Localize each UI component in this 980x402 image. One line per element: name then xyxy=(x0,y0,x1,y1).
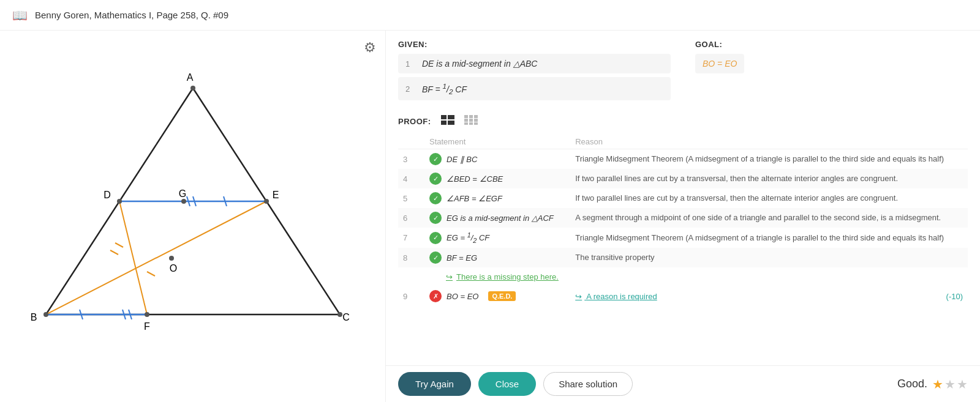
goal-text: BO = EO xyxy=(695,54,744,73)
proof-label: PROOF: xyxy=(398,117,431,126)
svg-rect-37 xyxy=(469,115,473,118)
svg-rect-41 xyxy=(474,119,478,122)
missing-step-text[interactable]: There is a missing step here. xyxy=(456,272,559,281)
reason-cell-6: A segment through a midpoint of one side… xyxy=(570,208,968,228)
col-statement-header: Statement xyxy=(424,135,570,149)
statement-cell-4: ✓ ∠BED = ∠CBE xyxy=(424,169,570,188)
svg-text:B: B xyxy=(30,312,37,322)
check-icon-7: ✓ xyxy=(429,232,442,244)
view-toggle xyxy=(437,113,481,130)
reason-required-link[interactable]: ↪ A reason is required xyxy=(575,292,657,301)
svg-rect-32 xyxy=(441,115,447,119)
star-2[interactable]: ★ xyxy=(944,377,956,392)
main-content: ⚙ xyxy=(0,31,980,402)
svg-point-29 xyxy=(145,312,149,317)
svg-point-26 xyxy=(337,312,342,317)
star-1[interactable]: ★ xyxy=(932,377,943,392)
given-num-1: 1 xyxy=(405,59,415,69)
svg-rect-40 xyxy=(469,119,473,122)
svg-text:C: C xyxy=(342,312,350,322)
row-num-5: 5 xyxy=(398,188,424,208)
proof-table: Statement Reason 3 ✓ DE ∥ BC xyxy=(398,135,968,306)
given-item-2: 2 BF = 1/2 CF xyxy=(398,77,671,100)
stmt-text-8: BF = EG xyxy=(447,253,477,262)
row-num-6: 6 xyxy=(398,208,424,228)
footer-buttons: Try Again Close Share solution xyxy=(398,372,633,396)
svg-rect-38 xyxy=(474,115,478,118)
col-num-header xyxy=(398,135,424,149)
check-icon-6: ✓ xyxy=(429,212,442,224)
svg-text:A: A xyxy=(186,72,193,83)
missing-step-cell[interactable]: ↪ There is a missing step here. xyxy=(424,267,570,286)
stmt-text-5: ∠AFB = ∠EGF xyxy=(447,194,502,203)
stmt-text-7: EG = 1/2 CF xyxy=(447,231,489,244)
reason-cell-4: If two parallel lines are cut by a trans… xyxy=(570,169,968,188)
table-row: 3 ✓ DE ∥ BC Triangle Midsegment Theorem … xyxy=(398,149,968,169)
svg-line-13 xyxy=(110,250,118,255)
svg-point-28 xyxy=(264,199,269,204)
row-num-7: 7 xyxy=(398,228,424,248)
svg-rect-36 xyxy=(464,115,468,118)
missing-step-arrow-icon: ↪ xyxy=(446,272,453,281)
check-icon-3: ✓ xyxy=(429,153,442,165)
footer: Try Again Close Share solution Good. ★ ★… xyxy=(386,365,980,402)
given-text-1: DE is a mid-segment in △ABC xyxy=(422,59,537,69)
footer-rating: Good. ★ ★ ★ xyxy=(897,377,968,392)
stmt-text-4: ∠BED = ∠CBE xyxy=(447,174,503,184)
row-num-9: 9 xyxy=(398,286,424,306)
table-row: 8 ✓ BF = EG The transitive property xyxy=(398,248,968,267)
svg-text:O: O xyxy=(169,263,176,274)
proof-section: PROOF: Statement Reas xyxy=(386,110,980,365)
right-panel: GIVEN: 1 DE is a mid-segment in △ABC 2 B… xyxy=(386,31,980,402)
svg-rect-34 xyxy=(441,121,447,125)
given-num-2: 2 xyxy=(405,84,415,94)
svg-rect-43 xyxy=(469,122,473,125)
svg-line-14 xyxy=(115,243,123,247)
svg-point-30 xyxy=(181,199,186,204)
diagram-panel: ⚙ xyxy=(0,31,386,402)
book-icon: 📖 xyxy=(12,8,28,23)
list-view-button[interactable] xyxy=(437,113,458,130)
missing-step-link[interactable]: ↪ There is a missing step here. xyxy=(446,272,565,281)
page-title: Benny Goren, Mathematics I, Page 258, Q.… xyxy=(35,10,228,20)
statement-cell-5: ✓ ∠AFB = ∠EGF xyxy=(424,188,570,208)
error-icon-9: ✗ xyxy=(429,290,442,302)
penalty-text: (-10) xyxy=(946,292,963,301)
check-icon-8: ✓ xyxy=(429,251,442,264)
reason-cell-7: Triangle Midsegment Theorem (A midsegmen… xyxy=(570,228,968,248)
svg-line-5 xyxy=(46,201,266,315)
svg-point-31 xyxy=(169,256,174,261)
svg-rect-33 xyxy=(448,115,454,119)
row-num-3: 3 xyxy=(398,149,424,169)
gear-icon[interactable]: ⚙ xyxy=(364,40,376,56)
try-again-button[interactable]: Try Again xyxy=(398,372,471,396)
svg-line-15 xyxy=(147,272,155,276)
given-section: GIVEN: 1 DE is a mid-segment in △ABC 2 B… xyxy=(398,40,671,104)
stmt-text-6: EG is a mid-segment in △ACF xyxy=(447,214,554,223)
reason-cell-8: The transitive property xyxy=(570,248,968,267)
grid-view-button[interactable] xyxy=(461,113,481,130)
row-num-4: 4 xyxy=(398,169,424,188)
rating-label: Good. xyxy=(897,378,927,390)
stmt-text-3: DE ∥ BC xyxy=(447,155,477,164)
given-label: GIVEN: xyxy=(398,40,671,49)
table-row: 4 ✓ ∠BED = ∠CBE If two parallel lines ar… xyxy=(398,169,968,188)
reason-cell-9: ↪ A reason is required (-10) xyxy=(570,286,968,306)
proof-table-wrapper: Statement Reason 3 ✓ DE ∥ BC xyxy=(398,135,968,362)
star-3[interactable]: ★ xyxy=(957,377,968,392)
check-icon-4: ✓ xyxy=(429,173,442,185)
svg-text:F: F xyxy=(144,321,150,332)
col-reason-header: Reason xyxy=(570,135,968,149)
missing-step-reason xyxy=(570,267,968,286)
statement-cell-8: ✓ BF = EG xyxy=(424,248,570,267)
statement-cell-3: ✓ DE ∥ BC xyxy=(424,149,570,169)
table-row: 6 ✓ EG is a mid-segment in △ACF A segmen… xyxy=(398,208,968,228)
svg-text:D: D xyxy=(104,190,111,200)
given-item-1: 1 DE is a mid-segment in △ABC xyxy=(398,54,671,73)
share-solution-button[interactable]: Share solution xyxy=(543,372,633,396)
given-text-2: BF = 1/2 CF xyxy=(422,82,467,95)
close-button[interactable]: Close xyxy=(478,372,536,396)
header: 📖 Benny Goren, Mathematics I, Page 258, … xyxy=(0,0,980,31)
reason-required-text[interactable]: A reason is required xyxy=(586,292,657,301)
svg-line-6 xyxy=(119,201,147,315)
